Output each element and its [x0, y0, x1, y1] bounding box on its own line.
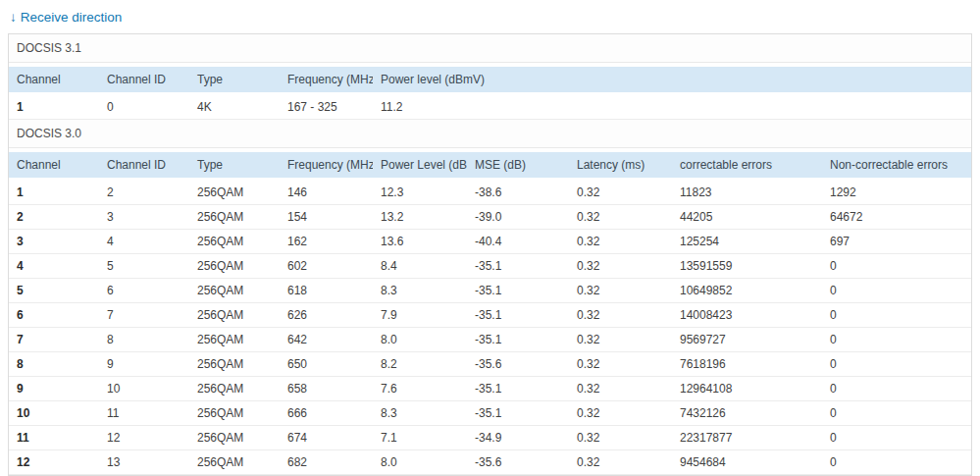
table-row: 12256QAM14612.3-38.60.32118231292: [9, 181, 971, 205]
table-cell: 8.3: [373, 279, 467, 303]
table-cell: 14008423: [672, 303, 822, 328]
table-row: 56256QAM6188.3-35.10.32106498520: [9, 279, 971, 303]
table-cell: 8: [9, 352, 99, 377]
table-cell: 154: [280, 205, 373, 230]
table-cell: 4: [99, 230, 189, 254]
table-cell: -35.6: [467, 352, 569, 377]
table-cell: 5: [99, 254, 189, 279]
table-cell: 2: [9, 205, 99, 230]
column-header: Frequency (MHz): [280, 148, 373, 181]
table-row: 78256QAM6428.0-35.10.3295697270: [9, 328, 971, 352]
table-cell: 0.32: [569, 279, 672, 303]
table-row: 104K167 - 32511.2: [9, 95, 971, 120]
table-cell: 658: [280, 377, 373, 401]
page-title: Receive direction: [21, 10, 123, 25]
column-header: Frequency (MHz): [280, 63, 373, 95]
table-cell: 7.1: [373, 426, 467, 450]
table-cell: -35.1: [467, 303, 569, 328]
table-cell: 2: [99, 181, 189, 205]
docsis-30-section: DOCSIS 3.0 ChannelChannel IDTypeFrequenc…: [9, 120, 971, 475]
column-header: Non-correctable errors: [822, 148, 971, 181]
table-row: 45256QAM6028.4-35.10.32135915590: [9, 254, 971, 279]
table-cell: 666: [280, 401, 373, 426]
table-cell: 0.32: [569, 426, 672, 450]
table-cell: 256QAM: [189, 205, 280, 230]
table-cell: 256QAM: [189, 303, 280, 328]
column-header: Power Level (dBmV): [373, 148, 467, 181]
table-cell: 7: [9, 328, 99, 352]
table-cell: 0: [822, 254, 971, 279]
table-cell: 12: [9, 450, 99, 475]
table-cell: 642: [280, 328, 373, 352]
table-cell: -35.1: [467, 254, 569, 279]
table-cell: 22317877: [672, 426, 822, 450]
table-cell: 125254: [672, 230, 822, 254]
table-row: 89256QAM6508.2-35.60.3276181960: [9, 352, 971, 377]
table-cell: 7: [99, 303, 189, 328]
table-cell: 256QAM: [189, 377, 280, 401]
table-cell: 11823: [672, 181, 822, 205]
table-cell: 6: [99, 279, 189, 303]
table-cell: -34.9: [467, 426, 569, 450]
table-cell: 0: [822, 377, 971, 401]
table-cell: -38.6: [467, 181, 569, 205]
table-cell: 11: [9, 426, 99, 450]
table-cell: 12.3: [373, 181, 467, 205]
table-cell: -35.1: [467, 279, 569, 303]
table-cell: 8: [99, 328, 189, 352]
table-cell: 64672: [822, 205, 971, 230]
channel-tables-panel: DOCSIS 3.1 ChannelChannel IDTypeFrequenc…: [8, 33, 972, 476]
table-cell: 13.6: [373, 230, 467, 254]
table-cell: 0.32: [569, 303, 672, 328]
table-cell: 1: [9, 95, 99, 120]
table-row: 910256QAM6587.6-35.10.32129641080: [9, 377, 971, 401]
table-cell: 0: [822, 426, 971, 450]
column-header: Channel ID: [99, 63, 189, 95]
table-cell: -35.1: [467, 401, 569, 426]
table-cell: 7.9: [373, 303, 467, 328]
table-cell: 10: [99, 377, 189, 401]
table-row: 1213256QAM6828.0-35.60.3294546840: [9, 450, 971, 475]
docsis-30-table: ChannelChannel IDTypeFrequency (MHz)Powe…: [9, 148, 971, 475]
table-cell: -39.0: [467, 205, 569, 230]
table-cell: 256QAM: [189, 450, 280, 475]
table-cell: 0: [822, 401, 971, 426]
table-cell: 12964108: [672, 377, 822, 401]
table-cell: 11: [99, 401, 189, 426]
table-cell: 162: [280, 230, 373, 254]
table-cell: 13.2: [373, 205, 467, 230]
column-header: Channel: [9, 148, 99, 181]
table-cell: 618: [280, 279, 373, 303]
table-cell: 0: [99, 95, 189, 120]
table-cell: 3: [9, 230, 99, 254]
table-cell: 3: [99, 205, 189, 230]
table-cell: 256QAM: [189, 279, 280, 303]
table-cell: 0.32: [569, 254, 672, 279]
table-cell: 626: [280, 303, 373, 328]
docsis-31-table: ChannelChannel IDTypeFrequency (MHz)Powe…: [9, 63, 971, 120]
receive-direction-toggle[interactable]: ↓Receive direction: [0, 0, 131, 33]
section-title-docsis-31: DOCSIS 3.1: [9, 34, 971, 63]
table-cell: -40.4: [467, 230, 569, 254]
column-header: Channel: [9, 63, 99, 95]
table-cell: 1292: [822, 181, 971, 205]
table-cell: 9454684: [672, 450, 822, 475]
table-cell: 697: [822, 230, 971, 254]
table-cell: 0: [822, 352, 971, 377]
table-cell: 0: [822, 279, 971, 303]
table-cell: 0: [822, 303, 971, 328]
column-header: Power level (dBmV): [373, 63, 971, 95]
table-cell: 256QAM: [189, 254, 280, 279]
table-cell: 602: [280, 254, 373, 279]
table-cell: 7.6: [373, 377, 467, 401]
table-cell: 8.4: [373, 254, 467, 279]
table-row: 34256QAM16213.6-40.40.32125254697: [9, 230, 971, 254]
table-cell: 7432126: [672, 401, 822, 426]
table-cell: 8.3: [373, 401, 467, 426]
table-cell: 146: [280, 181, 373, 205]
table-cell: 9: [9, 377, 99, 401]
table-row: 1112256QAM6747.1-34.90.32223178770: [9, 426, 971, 450]
table-cell: 44205: [672, 205, 822, 230]
table-header-row: ChannelChannel IDTypeFrequency (MHz)Powe…: [9, 63, 971, 95]
table-cell: 0.32: [569, 377, 672, 401]
